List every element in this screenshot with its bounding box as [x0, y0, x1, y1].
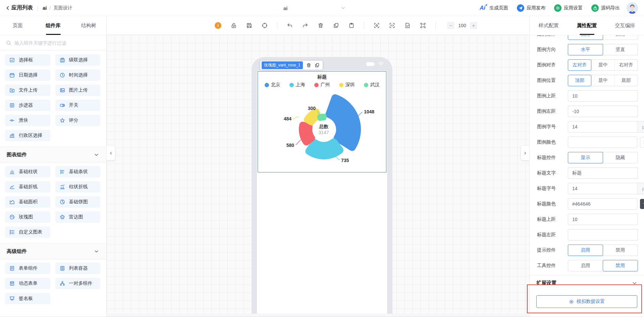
redo-icon[interactable] — [302, 22, 308, 29]
component-基础柱状[interactable]: 基础柱状 — [5, 166, 50, 177]
crosshair-icon[interactable] — [262, 22, 268, 29]
collapse-left-handle[interactable]: ‹ — [107, 146, 115, 160]
tab-结构树[interactable]: 结构树 — [71, 16, 106, 35]
legend-item-广州[interactable]: 广州 — [314, 82, 330, 88]
option-禁用[interactable]: 禁用 — [603, 245, 638, 256]
config-tab-属性配置[interactable]: 属性配置 — [568, 16, 606, 35]
option-禁用[interactable]: 禁用 — [603, 260, 638, 271]
extension-settings-header[interactable]: 扩展设置 — [536, 280, 637, 286]
component-图片上传[interactable]: 图片上传 — [55, 85, 101, 96]
option-启用[interactable]: 启用 — [568, 245, 603, 256]
copy-component-icon[interactable] — [315, 63, 320, 68]
legend-item-深圳[interactable]: 深圳 — [339, 82, 355, 88]
back-button[interactable]: 应用列表 — [5, 4, 33, 11]
component-滑块[interactable]: 滑块 — [5, 115, 50, 126]
scan-code-icon[interactable] — [389, 22, 395, 29]
component-评分[interactable]: 评分 — [55, 115, 101, 126]
section-header-高级组件[interactable]: 高级组件 — [0, 243, 106, 259]
component-基础条状[interactable]: 基础条状 — [55, 166, 101, 177]
tab-组件库[interactable]: 组件库 — [36, 16, 71, 35]
action-生成页面[interactable]: Ai生成页面 — [480, 5, 508, 11]
input-图例字号[interactable] — [568, 124, 637, 129]
clear-button[interactable] — [640, 137, 644, 148]
paste-icon[interactable] — [348, 22, 355, 29]
breadcrumb-app[interactable]: ai — [43, 5, 47, 11]
component-玫瑰图[interactable]: 玫瑰图 — [5, 211, 50, 223]
legend-item-上海[interactable]: 上海 — [289, 82, 305, 88]
option-水平[interactable]: 水平 — [568, 44, 603, 55]
option-右对齐[interactable]: 右对齐 — [614, 60, 638, 70]
input-标题上距[interactable] — [568, 217, 638, 222]
tab-页面[interactable]: 页面 — [0, 16, 36, 35]
color-dropdown-button[interactable] — [640, 199, 644, 209]
component-文件上传[interactable]: 文件上传 — [5, 85, 50, 96]
option-启用[interactable]: 启用 — [568, 35, 603, 40]
component-雷达图[interactable]: 雷达图 — [55, 211, 101, 223]
search-input[interactable] — [14, 40, 100, 46]
component-步进器[interactable]: 步进器 — [5, 100, 50, 111]
rose-petal-深圳[interactable] — [307, 111, 319, 122]
page-select-dropdown[interactable]: ai — [260, 0, 346, 16]
simulate-data-button[interactable]: 模拟数据设置 — [536, 295, 637, 308]
rose-petal-上海[interactable] — [309, 142, 340, 156]
component-基础折线[interactable]: 基础折线 — [5, 181, 50, 193]
component-行政区选择[interactable]: 行政区选择 — [5, 130, 50, 141]
avatar[interactable] — [627, 2, 638, 14]
component-柱状折线[interactable]: 柱状折线 — [55, 181, 101, 193]
component-列表容器[interactable]: 列表容器 — [55, 263, 101, 274]
option-顶部[interactable]: 顶部 — [568, 75, 591, 86]
component-一对多组件[interactable]: 一对多组件 — [55, 278, 101, 289]
rose-chart-component[interactable]: 玫瑰图_vant_rose_1 标题 北京 上海 广州 深圳 武汉 104873… — [258, 71, 386, 172]
save-icon[interactable] — [246, 22, 252, 29]
zoom-out-button[interactable]: − — [447, 22, 454, 29]
rose-petal-武汉[interactable] — [320, 116, 324, 119]
collapse-right-handle[interactable]: › — [521, 146, 529, 160]
option-底部[interactable]: 底部 — [614, 75, 638, 86]
design-canvas[interactable]: ‹ › 玫瑰图_vant_rose_1 — [107, 35, 529, 317]
component-签名板[interactable]: 签名板 — [5, 293, 50, 304]
component-开关[interactable]: 开关 — [55, 100, 101, 111]
option-竖直[interactable]: 竖直 — [603, 44, 638, 55]
action-源码导出[interactable]: 源码导出 — [591, 4, 620, 12]
option-隐藏[interactable]: 隐藏 — [603, 152, 638, 163]
option-左对齐[interactable]: 左对齐 — [568, 59, 591, 71]
component-表单组件[interactable]: 表单组件 — [5, 263, 50, 274]
doc-check-icon[interactable] — [405, 22, 411, 29]
undo-icon[interactable] — [287, 22, 293, 29]
copy-icon[interactable] — [333, 22, 339, 29]
input-图例左距[interactable] — [568, 109, 638, 114]
input-标题左距[interactable] — [568, 232, 638, 237]
canvas-horizontal-scrollbar[interactable] — [107, 314, 529, 317]
component-自定义图表[interactable]: 自定义图表 — [5, 226, 50, 238]
option-启用[interactable]: 启用 — [568, 260, 603, 271]
input-标题文字[interactable] — [568, 170, 638, 176]
input-标题字号[interactable] — [568, 186, 637, 191]
delete-component-icon[interactable] — [306, 63, 311, 68]
input-图例上距[interactable] — [568, 93, 638, 99]
component-时间选择[interactable]: 时间选择 — [55, 69, 101, 81]
section-header-图表组件[interactable]: 图表组件 — [0, 147, 106, 163]
legend-item-武汉[interactable]: 武汉 — [364, 82, 380, 88]
input-标题颜色[interactable] — [568, 201, 637, 207]
unlock-icon[interactable] — [231, 22, 237, 29]
option-居中[interactable]: 居中 — [591, 75, 614, 86]
option-显示[interactable]: 显示 — [568, 152, 603, 163]
component-级联选择[interactable]: 级联选择 — [55, 54, 101, 66]
scan-view-icon[interactable] — [374, 22, 380, 29]
option-居中[interactable]: 居中 — [591, 60, 614, 70]
option-禁用[interactable]: 禁用 — [603, 35, 638, 40]
component-name-chip[interactable]: 玫瑰图_vant_rose_1 — [262, 61, 303, 69]
input-图例颜色[interactable] — [568, 140, 637, 145]
config-tab-交互编排[interactable]: 交互编排 — [606, 16, 644, 35]
action-应用发布[interactable]: 应用发布 — [517, 4, 545, 12]
legend-item-北京[interactable]: 北京 — [265, 82, 280, 88]
component-动态表单[interactable]: 动态表单 — [5, 278, 50, 289]
zoom-in-button[interactable]: + — [470, 22, 477, 29]
trash-icon[interactable] — [318, 22, 324, 29]
frame-icon[interactable] — [420, 22, 426, 29]
rose-petal-广州[interactable] — [302, 125, 312, 142]
component-基础面积[interactable]: 基础面积 — [5, 196, 50, 208]
info-icon[interactable]: i — [215, 22, 221, 29]
action-应用设置[interactable]: 应用设置 — [554, 4, 583, 12]
component-日期选择[interactable]: 日期选择 — [5, 69, 50, 81]
